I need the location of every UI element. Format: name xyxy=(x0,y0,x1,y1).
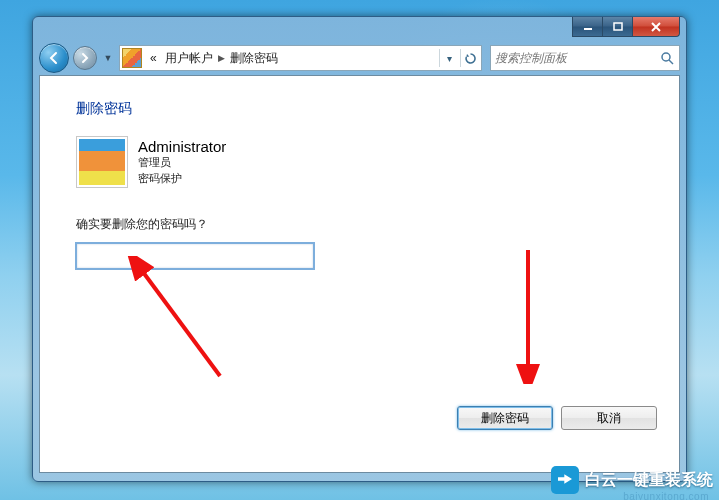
minimize-button[interactable] xyxy=(572,17,603,37)
desktop-background: ▼ « 用户帐户 ▶ 删除密码 ▾ 搜索控制面板 xyxy=(0,0,719,500)
back-button[interactable] xyxy=(39,43,69,73)
user-accounts-icon xyxy=(122,48,142,68)
watermark-text: 白云一键重装系统 xyxy=(585,470,713,491)
breadcrumb-user-accounts[interactable]: 用户帐户 xyxy=(161,50,217,67)
address-dropdown[interactable]: ▾ xyxy=(439,49,458,67)
window-titlebar xyxy=(39,23,680,43)
arrow-right-icon xyxy=(79,52,91,64)
cancel-button[interactable]: 取消 xyxy=(561,406,657,430)
page-title: 删除密码 xyxy=(76,100,643,118)
maximize-button[interactable] xyxy=(603,17,633,37)
svg-rect-1 xyxy=(614,23,622,30)
breadcrumb-remove-password[interactable]: 删除密码 xyxy=(226,50,282,67)
address-bar[interactable]: « 用户帐户 ▶ 删除密码 ▾ xyxy=(119,45,482,71)
minimize-icon xyxy=(583,22,593,32)
search-input[interactable]: 搜索控制面板 xyxy=(490,45,680,71)
maximize-icon xyxy=(613,22,623,32)
svg-point-2 xyxy=(662,53,670,61)
user-role: 管理员 xyxy=(138,155,226,170)
search-placeholder: 搜索控制面板 xyxy=(495,50,567,67)
watermark: 白云一键重装系统 xyxy=(551,466,713,494)
forward-button[interactable] xyxy=(73,46,97,70)
chevron-right-icon: ▶ xyxy=(217,53,226,63)
content-area: 删除密码 Administrator 管理员 密码保护 确实要删除您的密码吗？ … xyxy=(39,75,680,473)
chevron-down-icon: ▾ xyxy=(447,53,452,64)
arrow-left-icon xyxy=(47,51,61,65)
nav-history-dropdown[interactable]: ▼ xyxy=(101,47,115,69)
search-icon xyxy=(659,50,675,66)
user-info-block: Administrator 管理员 密码保护 xyxy=(76,136,643,188)
breadcrumb-root[interactable]: « xyxy=(146,51,161,65)
window-controls xyxy=(572,17,680,37)
password-input[interactable] xyxy=(76,243,314,269)
watermark-url: baiyunxitong.com xyxy=(623,491,709,500)
navigation-row: ▼ « 用户帐户 ▶ 删除密码 ▾ 搜索控制面板 xyxy=(39,43,680,73)
svg-line-3 xyxy=(669,60,673,64)
user-name: Administrator xyxy=(138,138,226,155)
remove-password-button[interactable]: 删除密码 xyxy=(457,406,553,430)
dialog-buttons: 删除密码 取消 xyxy=(457,406,657,430)
refresh-button[interactable] xyxy=(460,49,479,67)
avatar xyxy=(76,136,128,188)
close-button[interactable] xyxy=(633,17,680,37)
control-panel-window: ▼ « 用户帐户 ▶ 删除密码 ▾ 搜索控制面板 xyxy=(32,16,687,482)
watermark-logo-icon xyxy=(551,466,579,494)
user-protection: 密码保护 xyxy=(138,171,226,186)
confirmation-prompt: 确实要删除您的密码吗？ xyxy=(76,216,643,233)
refresh-icon xyxy=(464,52,477,65)
svg-rect-0 xyxy=(584,28,592,30)
avatar-image xyxy=(79,139,125,185)
close-icon xyxy=(650,21,662,33)
